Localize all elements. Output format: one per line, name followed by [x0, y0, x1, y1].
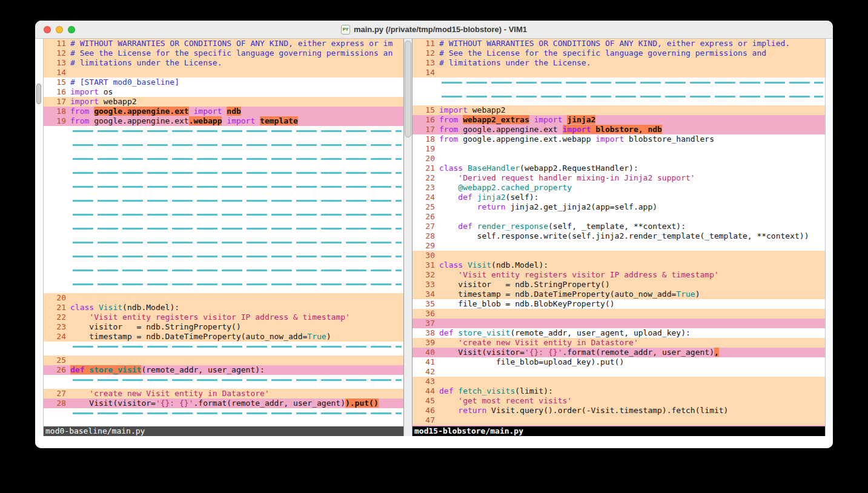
- code-line[interactable]: 19: [412, 144, 825, 154]
- code-text: from google.appengine.ext import blobsto…: [439, 125, 825, 134]
- code-line[interactable]: 18from google.appengine.ext import ndb: [44, 107, 403, 116]
- deleted-line-dashes: [73, 158, 402, 160]
- code-line[interactable]: 38def store_visit(remote_addr, user_agen…: [412, 328, 825, 338]
- code-line[interactable]: 13# limitations under the License.: [44, 58, 403, 68]
- right-code-area[interactable]: 11# WITHOUT WARRANTIES OR CONDITIONS OF …: [412, 39, 825, 426]
- left-editor-pane: 11# WITHOUT WARRANTIES OR CONDITIONS OF …: [44, 39, 403, 436]
- code-line[interactable]: 43: [412, 377, 825, 386]
- code-text: [439, 415, 825, 425]
- code-line[interactable]: 20: [412, 154, 825, 164]
- line-number: 44: [412, 386, 439, 396]
- code-line[interactable]: 26def store_visit(remote_addr, user_agen…: [44, 365, 403, 375]
- code-line[interactable]: 23 @webapp2.cached_property: [412, 183, 825, 193]
- code-line[interactable]: 25 return jinja2.get_jinja2(app=self.app…: [412, 202, 825, 212]
- code-text: import webapp2: [439, 105, 825, 115]
- code-line[interactable]: 34 timestamp = ndb.DateTimeProperty(auto…: [412, 290, 825, 299]
- code-line[interactable]: 27 'create new Visit entity in Datastore…: [44, 389, 403, 399]
- code-line[interactable]: 29: [412, 241, 825, 251]
- code-line[interactable]: 45 'get most recent visits': [412, 396, 825, 406]
- code-line[interactable]: 22 'Derived request handler mixing-in Ji…: [412, 173, 825, 183]
- code-line[interactable]: 12# See the License for the specific lan…: [44, 48, 403, 58]
- code-text: self.response.write(self.jinja2.render_t…: [439, 231, 825, 241]
- right-statusline[interactable]: mod15-blobstore/main.py: [412, 426, 825, 436]
- left-scrollbar[interactable]: [35, 39, 44, 436]
- code-line[interactable]: 23 visitor = ndb.StringProperty(): [44, 322, 403, 332]
- code-line[interactable]: 25: [44, 356, 403, 365]
- deleted-line-dashes: [73, 270, 402, 271]
- line-number: 38: [412, 328, 439, 338]
- code-text: [70, 356, 403, 365]
- code-line[interactable]: 28 Visit(visitor='{}: {}'.format(remote_…: [44, 399, 403, 408]
- code-line[interactable]: 31class Visit(ndb.Model):: [412, 260, 825, 270]
- code-line[interactable]: 24 def jinja2(self):: [412, 193, 825, 202]
- code-line[interactable]: 27 def render_response(self, _template, …: [412, 222, 825, 231]
- code-line[interactable]: 37: [412, 319, 825, 328]
- code-text: # [START mod0_baseline]: [70, 78, 403, 87]
- code-text: from google.appengine.ext.webapp import …: [70, 116, 403, 126]
- code-text: [439, 68, 825, 78]
- deleted-line-dashes: [442, 96, 823, 98]
- code-line[interactable]: 44def fetch_visits(limit):: [412, 386, 825, 396]
- split-separator-scrollbar[interactable]: [403, 39, 412, 436]
- code-text: return Visit.query().order(-Visit.timest…: [439, 406, 825, 415]
- code-line[interactable]: 47: [412, 415, 825, 425]
- code-line[interactable]: 41 file_blob=upload_key).put(): [412, 357, 825, 367]
- code-text: def store_visit(remote_addr, user_agent,…: [439, 328, 825, 338]
- code-line[interactable]: 16import os: [44, 87, 403, 97]
- filler-line: [44, 130, 403, 140]
- code-line[interactable]: 35 file_blob = ndb.BlobKeyProperty(): [412, 299, 825, 309]
- minimize-button[interactable]: [56, 26, 63, 33]
- code-line[interactable]: 17from google.appengine.ext import blobs…: [412, 125, 825, 134]
- code-line[interactable]: 15# [START mod0_baseline]: [44, 78, 403, 87]
- code-text: Visit(visitor='{}: {}'.format(remote_add…: [70, 399, 403, 408]
- code-line[interactable]: 46 return Visit.query().order(-Visit.tim…: [412, 406, 825, 415]
- deleted-line-dashes: [73, 412, 402, 414]
- code-line[interactable]: 22 'Visit entity registers visitor IP ad…: [44, 313, 403, 322]
- code-line[interactable]: 16from webapp2_extras import jinja2: [412, 115, 825, 125]
- code-line[interactable]: 40 Visit(visitor='{}: {}'.format(remote_…: [412, 348, 825, 357]
- code-line[interactable]: 12# See the License for the specific lan…: [412, 48, 825, 58]
- code-line[interactable]: 30: [412, 251, 825, 260]
- split-view: 11# WITHOUT WARRANTIES OR CONDITIONS OF …: [35, 39, 833, 436]
- code-line[interactable]: 26: [412, 212, 825, 222]
- right-scrollbar[interactable]: [825, 39, 833, 436]
- code-line[interactable]: 19from google.appengine.ext.webapp impor…: [44, 116, 403, 126]
- line-number: 43: [412, 377, 439, 386]
- line-number: 25: [412, 202, 439, 212]
- code-line[interactable]: 11# WITHOUT WARRANTIES OR CONDITIONS OF …: [412, 39, 825, 48]
- line-number: 19: [412, 144, 439, 154]
- code-line[interactable]: 21class BaseHandler(webapp2.RequestHandl…: [412, 164, 825, 173]
- code-line[interactable]: 39 'create new Visit entity in Datastore…: [412, 338, 825, 348]
- code-line[interactable]: 20: [44, 293, 403, 303]
- split-scrollbar-thumb[interactable]: [405, 41, 411, 137]
- code-text: timestamp = ndb.DateTimeProperty(auto_no…: [70, 332, 403, 342]
- filler-line: [44, 256, 403, 265]
- code-line[interactable]: 24 timestamp = ndb.DateTimeProperty(auto…: [44, 332, 403, 342]
- code-line[interactable]: 32 'Visit entity registers visitor IP ad…: [412, 270, 825, 280]
- code-line[interactable]: 42: [412, 367, 825, 377]
- code-text: [439, 144, 825, 154]
- code-line[interactable]: 14: [412, 68, 825, 78]
- left-code-area[interactable]: 11# WITHOUT WARRANTIES OR CONDITIONS OF …: [44, 39, 403, 426]
- code-line[interactable]: 21class Visit(ndb.Model):: [44, 303, 403, 313]
- zoom-button[interactable]: [68, 26, 75, 33]
- code-line[interactable]: 14: [44, 68, 403, 78]
- filler-line: [44, 412, 403, 422]
- code-line[interactable]: 33 visitor = ndb.StringProperty(): [412, 280, 825, 290]
- code-line[interactable]: 17import webapp2: [44, 97, 403, 107]
- code-line[interactable]: 13# limitations under the License.: [412, 58, 825, 68]
- code-text: from webapp2_extras import jinja2: [439, 115, 825, 125]
- left-scrollbar-thumb[interactable]: [36, 84, 41, 104]
- line-number: 12: [412, 48, 439, 58]
- left-statusline[interactable]: mod0-baseline/main.py: [44, 426, 403, 436]
- code-line[interactable]: 18from google.appengine.ext.webapp impor…: [412, 134, 825, 144]
- code-line[interactable]: 11# WITHOUT WARRANTIES OR CONDITIONS OF …: [44, 39, 403, 48]
- line-number: 34: [412, 290, 439, 299]
- code-line[interactable]: 28 self.response.write(self.jinja2.rende…: [412, 231, 825, 241]
- window-titlebar[interactable]: PY main.py (/private/tmp/mod15-blobstore…: [35, 21, 833, 39]
- code-line[interactable]: 36: [412, 309, 825, 319]
- code-line[interactable]: 15import webapp2: [412, 105, 825, 115]
- close-button[interactable]: [44, 26, 51, 33]
- code-text: from google.appengine.ext.webapp import …: [439, 134, 825, 144]
- right-file-path: mod15-blobstore/main.py: [414, 426, 523, 435]
